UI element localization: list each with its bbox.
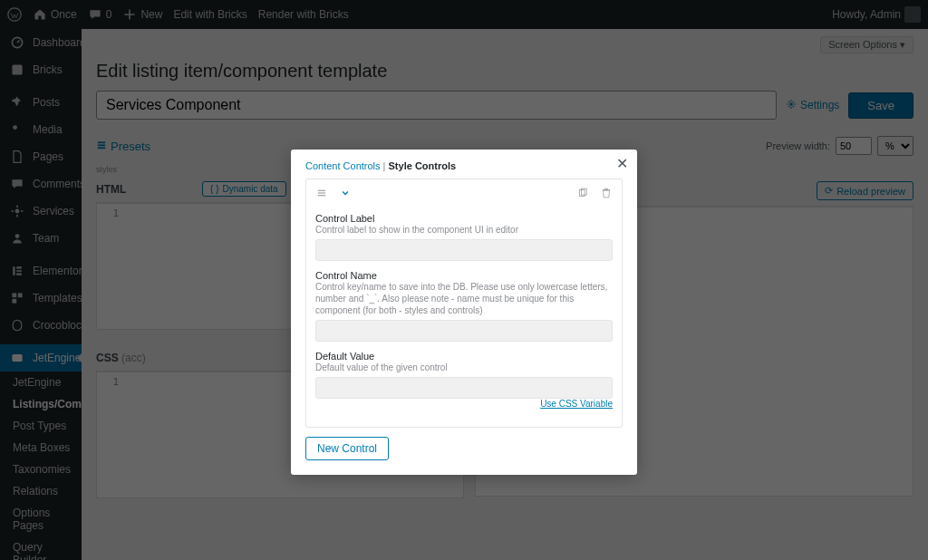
duplicate-button[interactable]: [575, 185, 591, 204]
use-css-variable-link[interactable]: Use CSS Variable: [540, 399, 613, 409]
copy-icon: [576, 187, 589, 202]
modal-tabs: Content Controls | Style Controls: [305, 160, 623, 179]
component-controls-modal: ✕ Content Controls | Style Controls Cont…: [291, 150, 637, 475]
tab-style-controls[interactable]: Style Controls: [389, 160, 457, 171]
close-icon: ✕: [616, 156, 628, 171]
control-name-title: Control Name: [315, 270, 613, 281]
control-label-input[interactable]: [315, 239, 613, 261]
close-button[interactable]: ✕: [616, 155, 628, 172]
drag-handle[interactable]: [314, 185, 330, 204]
default-value-input[interactable]: [315, 377, 613, 399]
new-control-button[interactable]: New Control: [305, 437, 389, 460]
control-label-title: Control Label: [315, 213, 613, 224]
control-name-input[interactable]: [315, 320, 613, 342]
tab-content-controls[interactable]: Content Controls: [305, 160, 381, 171]
control-label-desc: Control label to show in the component U…: [315, 224, 613, 236]
default-value-title: Default Value: [315, 351, 613, 362]
control-name-desc: Control key/name to save into the DB. Pl…: [315, 281, 613, 316]
delete-button[interactable]: [598, 185, 614, 204]
trash-icon: [600, 187, 613, 202]
default-value-desc: Default value of the given control: [315, 362, 613, 373]
drag-icon: [315, 187, 328, 202]
chevron-down-icon: [339, 187, 352, 202]
collapse-toggle[interactable]: [337, 185, 353, 204]
control-card: Control Label Control label to show in t…: [305, 179, 623, 428]
